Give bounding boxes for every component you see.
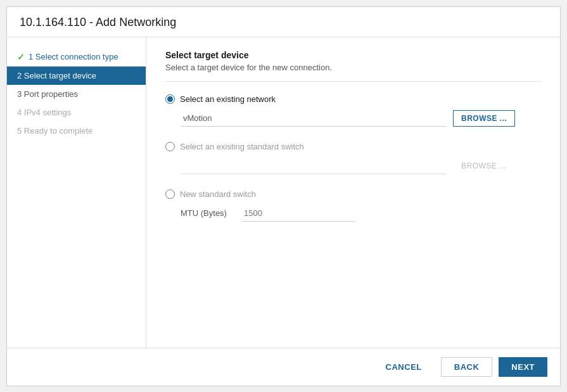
mtu-input: [241, 205, 355, 222]
option-new-switch-label[interactable]: New standard switch: [165, 189, 541, 199]
cancel-button[interactable]: CANCEL: [373, 357, 435, 377]
option-new-switch-radio[interactable]: [165, 189, 175, 199]
mtu-row: MTU (Bytes): [181, 205, 541, 222]
sidebar-item-step3[interactable]: 3 Port properties: [7, 85, 146, 103]
sidebar-step1-label: 1 Select connection type: [29, 52, 118, 61]
option-new-switch-group: New standard switch MTU (Bytes): [165, 189, 541, 222]
next-button[interactable]: NEXT: [499, 357, 547, 377]
option-existing-switch-radio[interactable]: [165, 142, 175, 151]
existing-network-input[interactable]: [181, 110, 447, 127]
section-desc: Select a target device for the new conne…: [165, 63, 541, 82]
option-existing-network-text: Select an existing network: [180, 94, 276, 104]
existing-switch-input: [181, 158, 447, 174]
dialog-footer: CANCEL BACK NEXT: [7, 348, 560, 386]
sidebar-item-step1[interactable]: ✓ 1 Select connection type: [7, 47, 146, 66]
sidebar-item-step4: 4 IPv4 settings: [7, 103, 146, 122]
mtu-label: MTU (Bytes): [181, 208, 231, 218]
checkmark-icon: ✓: [17, 52, 25, 62]
option-existing-network-label[interactable]: Select an existing network: [165, 94, 541, 104]
option-existing-switch-label[interactable]: Select an existing standard switch: [165, 142, 541, 151]
dialog-title: 10.1.164.110 - Add Networking: [7, 7, 560, 37]
sidebar-step2-label: 2 Select target device: [17, 71, 96, 80]
existing-network-input-row: BROWSE ...: [181, 110, 541, 127]
main-content: Select target device Select a target dev…: [146, 37, 560, 348]
option-existing-network-radio[interactable]: [165, 94, 175, 104]
sidebar-item-step5: 5 Ready to complete: [7, 122, 146, 140]
sidebar-step3-label: 3 Port properties: [17, 89, 78, 99]
option-existing-switch-text: Select an existing standard switch: [180, 142, 304, 151]
sidebar: ✓ 1 Select connection type 2 Select targ…: [7, 37, 146, 348]
option-existing-network-group: Select an existing network BROWSE ...: [165, 94, 541, 127]
browse-switch-button: BROWSE ...: [453, 158, 515, 174]
sidebar-item-step2[interactable]: 2 Select target device: [7, 66, 146, 85]
browse-network-button[interactable]: BROWSE ...: [453, 110, 515, 127]
existing-switch-input-row: BROWSE ...: [181, 158, 541, 174]
sidebar-step5-label: 5 Ready to complete: [17, 126, 92, 136]
section-title: Select target device: [165, 50, 541, 60]
back-button[interactable]: BACK: [441, 357, 493, 377]
dialog-body: ✓ 1 Select connection type 2 Select targ…: [7, 37, 560, 348]
option-existing-switch-group: Select an existing standard switch BROWS…: [165, 142, 541, 174]
option-new-switch-text: New standard switch: [180, 189, 256, 199]
sidebar-step4-label: 4 IPv4 settings: [17, 108, 71, 117]
add-networking-dialog: 10.1.164.110 - Add Networking ✓ 1 Select…: [6, 6, 561, 386]
